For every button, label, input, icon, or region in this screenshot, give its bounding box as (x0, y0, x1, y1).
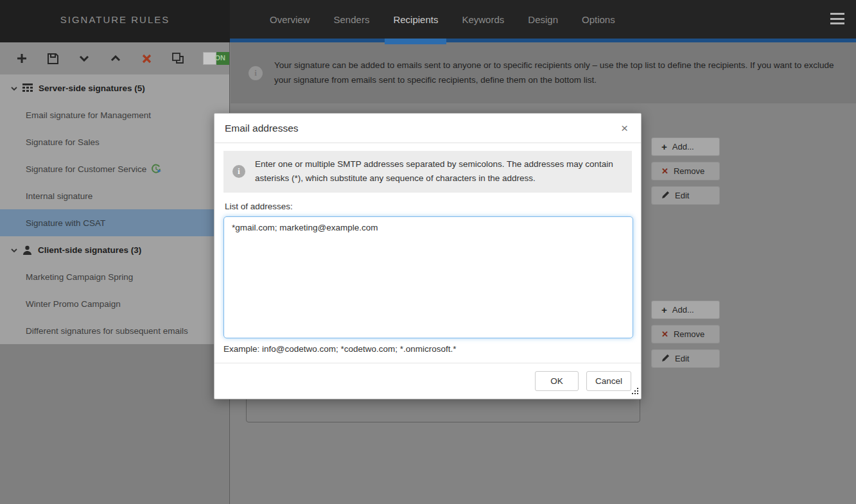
tab-recipients[interactable]: Recipients (392, 0, 439, 39)
sidebar-filler (0, 344, 229, 504)
user-icon (22, 245, 32, 255)
sidebar-toolbar: ON (0, 42, 229, 74)
move-up-icon[interactable] (109, 51, 122, 65)
toggle-on-label: ON (215, 54, 226, 62)
exclude-list-buttons: +Add... ✕Remove Edit (651, 300, 720, 368)
x-icon: ✕ (661, 329, 668, 339)
cancel-button[interactable]: Cancel (586, 371, 631, 391)
remove-button[interactable]: ✕Remove (651, 162, 720, 180)
rules-sidebar: ON Server-side signatures (5) Email sign… (0, 42, 230, 504)
remove-button[interactable]: ✕Remove (651, 325, 720, 343)
addresses-label: List of addresses: (225, 202, 631, 211)
dialog-title: Email addresses (225, 123, 618, 134)
rule-enabled-toggle[interactable]: ON (203, 52, 229, 65)
dialog-body: i Enter one or multiple SMTP addresses s… (214, 143, 641, 354)
top-header: SIGNATURE RULES Overview Senders Recipie… (0, 0, 856, 42)
app-title: SIGNATURE RULES (60, 14, 170, 29)
copy-rule-icon[interactable] (171, 51, 184, 65)
chevron-down-icon[interactable] (11, 83, 17, 93)
plus-icon: + (661, 304, 667, 315)
scheduler-icon (151, 164, 162, 174)
group-server-side-signatures[interactable]: Server-side signatures (5) (0, 74, 229, 101)
tab-options[interactable]: Options (581, 0, 616, 39)
dialog-info-text: Enter one or multiple SMTP addresses sep… (255, 157, 623, 186)
tree-item-marketing-spring[interactable]: Marketing Campaign Spring (0, 263, 229, 290)
include-list-buttons: +Add... ✕Remove Edit (651, 137, 720, 205)
tree-item-winter-promo[interactable]: Winter Promo Campaign (0, 290, 229, 317)
tree-item-customer-service[interactable]: Signature for Customer Service (0, 155, 229, 182)
close-icon[interactable]: × (618, 121, 631, 135)
page-info-bar: i Your signature can be added to emails … (231, 42, 856, 103)
save-icon[interactable] (47, 51, 60, 65)
dialog-header: Email addresses × (214, 114, 641, 143)
chevron-down-icon[interactable] (11, 245, 17, 255)
x-icon: ✕ (661, 166, 668, 176)
ok-button[interactable]: OK (535, 371, 579, 391)
add-button[interactable]: +Add... (651, 300, 720, 319)
pencil-icon (661, 191, 670, 201)
tree-item-internal[interactable]: Internal signature (0, 182, 229, 209)
info-icon: i (232, 165, 245, 178)
server-grid-icon (22, 83, 33, 92)
group-client-side-signatures[interactable]: Client-side signatures (3) (0, 236, 229, 263)
tree-item-subsequent-emails[interactable]: Different signatures for subsequent emai… (0, 317, 229, 344)
move-down-icon[interactable] (78, 51, 91, 65)
edit-button[interactable]: Edit (651, 349, 720, 368)
tab-keywords[interactable]: Keywords (460, 0, 505, 39)
plus-icon: + (661, 141, 667, 152)
email-addresses-dialog: Email addresses × i Enter one or multipl… (214, 113, 642, 399)
brand-area: SIGNATURE RULES (0, 0, 230, 42)
app-window: SIGNATURE RULES Overview Senders Recipie… (0, 0, 856, 504)
example-text: Example: info@codetwo.com; *codetwo.com;… (223, 344, 632, 354)
hamburger-menu-icon[interactable] (830, 13, 844, 24)
delete-rule-icon[interactable] (140, 51, 153, 65)
tree-item-management[interactable]: Email signature for Management (0, 101, 229, 128)
tab-overview[interactable]: Overview (268, 0, 311, 39)
info-icon: i (249, 66, 263, 80)
active-tab-underline (385, 39, 446, 44)
pencil-icon (661, 354, 670, 364)
tab-design[interactable]: Design (527, 0, 559, 39)
signature-tree: Server-side signatures (5) Email signatu… (0, 74, 229, 344)
add-button[interactable]: +Add... (651, 137, 720, 156)
edit-button[interactable]: Edit (651, 186, 720, 205)
resize-grip-icon[interactable] (632, 385, 639, 397)
page-info-text: Your signature can be added to emails se… (274, 58, 837, 87)
tab-bar: Overview Senders Recipients Keywords Des… (230, 0, 856, 42)
tree-item-csat-selected[interactable]: Signature with CSAT (0, 209, 229, 236)
tree-item-sales[interactable]: Signature for Sales (0, 128, 229, 155)
addresses-textarea[interactable]: *gmail.com; marketing@example.com (223, 216, 633, 338)
dialog-footer: OK Cancel (214, 363, 641, 399)
dialog-info-box: i Enter one or multiple SMTP addresses s… (223, 151, 632, 193)
add-rule-icon[interactable] (15, 51, 28, 65)
tab-senders[interactable]: Senders (333, 0, 371, 39)
